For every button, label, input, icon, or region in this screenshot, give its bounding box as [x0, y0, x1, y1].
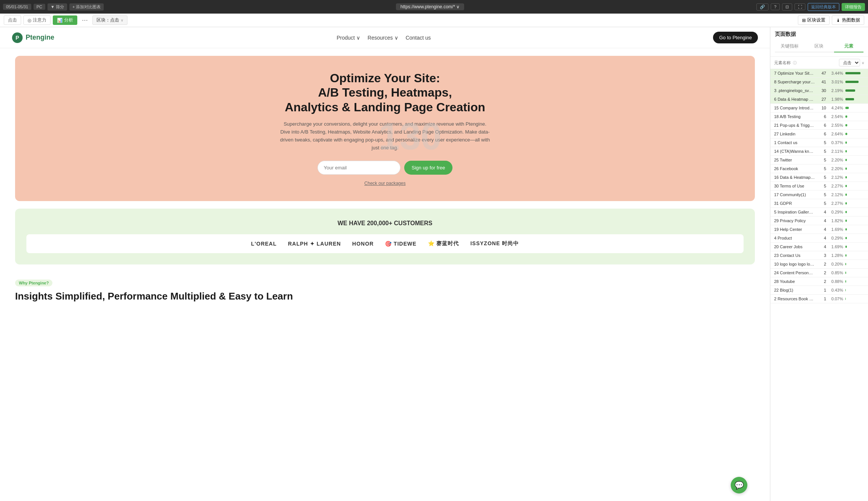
row-name: 30 Terms of Use — [774, 184, 815, 188]
section-dropdown[interactable]: 区块：点击 ∨ — [92, 15, 127, 25]
analyze-tool-btn[interactable]: 📊 分析 — [53, 15, 77, 25]
link-icon-btn[interactable]: 🔗 — [756, 3, 768, 11]
chat-button[interactable]: 💬 — [731, 477, 747, 493]
filter-badge[interactable]: ▼ 筛分 — [48, 3, 67, 11]
row-name: 5 Inspiration Gallery Pro... — [774, 210, 815, 214]
table-row[interactable]: 7 Optimize Your Site: A/B ... 47 3.44% — [770, 69, 868, 78]
table-row[interactable]: 5 Inspiration Gallery Pro... 4 0.29% — [770, 208, 868, 217]
tab-element[interactable]: 元素 — [834, 41, 863, 52]
row-bar — [845, 298, 846, 300]
row-bar-container — [845, 133, 864, 135]
help-btn[interactable]: ? — [771, 3, 780, 10]
return-classic-btn[interactable]: 返回经典版本 — [808, 3, 839, 11]
table-row[interactable]: 23 Contact Us 3 1.28% — [770, 251, 868, 260]
row-count: 4 — [815, 218, 826, 223]
table-row[interactable]: 3 .ptenginelogo_svg__st2... 30 2.19% — [770, 86, 868, 95]
row-name: 2 Resources Book a Demo... — [774, 297, 815, 301]
row-pct: 0.43% — [826, 288, 843, 292]
table-row[interactable]: 16 Data & Heatmap Analysis 5 2.12% — [770, 173, 868, 182]
row-pct: 2.19% — [826, 88, 843, 93]
nav-cta-btn[interactable]: Go to Ptengine — [713, 32, 758, 43]
nav-contact[interactable]: Contact us — [406, 35, 431, 41]
table-row[interactable]: 19 Help Center 4 1.69% — [770, 225, 868, 234]
row-count: 6 — [815, 123, 826, 128]
nav-product[interactable]: Product ∨ — [337, 35, 360, 41]
row-count: 41 — [815, 80, 826, 84]
table-row[interactable]: 2 Resources Book a Demo... 1 0.07% — [770, 295, 868, 303]
table-row[interactable]: 29 Privacy Policy 4 1.82% — [770, 217, 868, 225]
row-pct: 2.20% — [826, 166, 843, 171]
row-count: 5 — [815, 175, 826, 180]
settings-btn[interactable]: ⊡ — [782, 3, 792, 11]
row-bar-container — [845, 124, 864, 126]
table-row[interactable]: 30 Terms of Use 5 2.27% — [770, 182, 868, 191]
row-pct: 1.98% — [826, 97, 843, 101]
table-row[interactable]: 17 Community(1) 5 2.12% — [770, 191, 868, 199]
table-row[interactable]: 28 Youtube 2 0.88% — [770, 277, 868, 286]
table-row[interactable]: 8 Supercharge your conve... 41 3.01% — [770, 78, 868, 86]
zone-settings-btn[interactable]: ⊞ 区块设置 — [798, 15, 830, 25]
hero-signup-btn[interactable]: Sign up for free — [404, 161, 453, 175]
row-bar — [845, 246, 847, 248]
table-row[interactable]: 6 Data & Heatmap Analysi... 27 1.98% — [770, 95, 868, 104]
row-bar-container — [845, 81, 864, 83]
row-bar-container — [845, 280, 864, 283]
second-toolbar: 点击 ◎ 注意力 📊 分析 ⋯ 区块：点击 ∨ ⊞ 区块设置 🌡 热图数据 — [0, 14, 868, 27]
date-range-badge[interactable]: 05/01-05/31 — [3, 4, 31, 10]
table-row[interactable]: 1 Contact us 5 0.37% — [770, 138, 868, 147]
row-count: 5 — [815, 140, 826, 145]
tab-key-metrics[interactable]: 关键指标 — [775, 41, 804, 52]
device-badge[interactable]: PC — [34, 4, 45, 10]
attention-tool-btn[interactable]: ◎ 注意力 — [23, 15, 51, 25]
nav-resources[interactable]: Resources ∨ — [368, 35, 398, 41]
insights-section: Why Ptengine? Insights Simplified, Perfo… — [15, 272, 755, 310]
table-row[interactable]: 25 Twitter 5 2.20% — [770, 156, 868, 164]
row-bar — [845, 176, 847, 178]
heatmap-data-btn[interactable]: 🌡 热图数据 — [832, 15, 864, 25]
top-bar: 05/01-05/31 PC ▼ 筛分 + 添加对比图表 https://www… — [0, 0, 868, 14]
detail-report-btn[interactable]: 详细报告 — [842, 3, 865, 11]
site-nav: P Ptengine Product ∨ Resources ∨ Contact… — [0, 27, 770, 48]
element-name-label: 元素名称 ⓘ — [774, 60, 797, 66]
compare-icon: + — [72, 5, 75, 9]
table-row[interactable]: 26 Facebook 5 2.20% — [770, 164, 868, 173]
table-row[interactable]: 27 Linkedin 6 2.64% — [770, 130, 868, 138]
row-count: 2 — [815, 262, 826, 266]
row-bar-container — [845, 185, 864, 187]
row-bar — [845, 107, 849, 109]
click-type-select[interactable]: 点击 — [839, 59, 860, 66]
hero-email-input[interactable] — [317, 161, 400, 175]
compare-badge[interactable]: + 添加对比图表 — [69, 3, 104, 11]
click-type-control: 点击 ∨ — [839, 59, 864, 66]
table-row[interactable]: 20 Career Jobs 4 1.69% — [770, 243, 868, 251]
fullscreen-btn[interactable]: ⛶ — [794, 3, 805, 10]
table-row[interactable]: 21 Pop-ups & Triggers 6 2.55% — [770, 121, 868, 130]
row-pct: 2.20% — [826, 158, 843, 162]
row-bar — [845, 289, 846, 291]
row-bar-container — [845, 89, 864, 92]
table-row[interactable]: 14 (CTA)Wanna know mor... 5 2.11% — [770, 147, 868, 156]
filter-icon: ▼ — [51, 5, 55, 9]
top-bar-center: https://www.ptengine.com/* ∨ — [107, 3, 753, 10]
row-count: 6 — [815, 132, 826, 136]
row-count: 3 — [815, 253, 826, 258]
row-bar — [845, 81, 859, 83]
row-pct: 1.28% — [826, 253, 843, 258]
url-display[interactable]: https://www.ptengine.com/* ∨ — [396, 3, 464, 10]
hero-packages-link[interactable]: Check our packages — [26, 181, 744, 186]
click-tool-btn[interactable]: 点击 — [4, 15, 21, 25]
table-row[interactable]: 22 Blog(1) 1 0.43% — [770, 286, 868, 295]
table-row[interactable]: 15 Company Introduction 10 4.24% — [770, 104, 868, 112]
table-row[interactable]: 4 Product 4 0.29% — [770, 234, 868, 243]
table-row[interactable]: 31 GDPR 5 2.27% — [770, 199, 868, 208]
dropdown-arrow-icon: ∨ — [121, 18, 123, 22]
more-tools-btn[interactable]: ⋯ — [80, 16, 90, 25]
table-row[interactable]: 18 A/B Testing 6 2.54% — [770, 112, 868, 121]
row-bar-container — [845, 220, 864, 222]
table-row[interactable]: 24 Content Personalization 2 0.85% — [770, 269, 868, 277]
row-bar-container — [845, 272, 864, 274]
table-row[interactable]: 10 logo logo logo logo log... 2 0.20% — [770, 260, 868, 269]
row-bar — [845, 254, 847, 257]
row-pct: 4.24% — [826, 106, 843, 110]
tab-zone[interactable]: 区块 — [804, 41, 834, 52]
